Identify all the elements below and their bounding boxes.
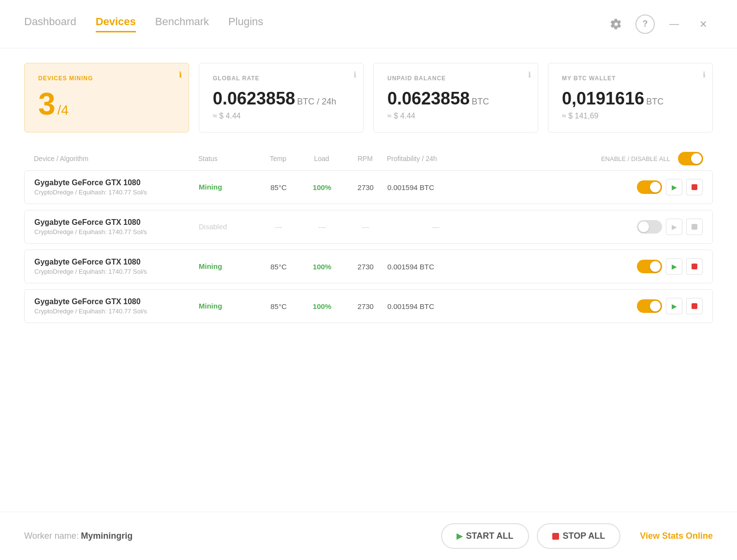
close-icon[interactable]: ✕ bbox=[693, 15, 713, 34]
device-actions: ▶ bbox=[484, 179, 703, 195]
btc-wallet-sub: ≈ $ 141,69 bbox=[562, 112, 699, 120]
status-mining: Mining bbox=[199, 302, 222, 310]
device-actions: ▶ bbox=[484, 298, 703, 314]
device-status: Mining bbox=[199, 302, 257, 310]
footer: Worker name: Myminingrig ▶ START ALL STO… bbox=[0, 512, 737, 560]
settings-icon[interactable] bbox=[606, 15, 626, 34]
stop-all-label: STOP ALL bbox=[563, 531, 605, 541]
unpaid-balance-info-icon[interactable]: ℹ bbox=[528, 70, 531, 79]
status-mining: Mining bbox=[199, 183, 222, 191]
table-header: Device / Algorithm Status Temp Load RPM … bbox=[24, 147, 713, 170]
device-profit: 0.001594 BTC bbox=[387, 183, 484, 192]
devices-mining-card: ℹ DEVICES MINING 3 /4 bbox=[24, 63, 189, 133]
worker-name: Myminingrig bbox=[81, 531, 133, 541]
help-icon[interactable]: ? bbox=[635, 15, 655, 34]
device-stop-button[interactable] bbox=[686, 179, 703, 195]
devices-mining-info-icon[interactable]: ℹ bbox=[179, 70, 182, 79]
col-header-temp: Temp bbox=[256, 155, 300, 162]
device-actions: ▶ bbox=[484, 258, 703, 275]
device-name: Gygabyte GeForce GTX 1080 bbox=[34, 218, 199, 227]
tab-benchmark[interactable]: Benchmark bbox=[155, 15, 209, 32]
tab-dashboard[interactable]: Dashboard bbox=[24, 15, 76, 32]
device-actions: ▶ bbox=[484, 219, 703, 235]
device-profit: 0.001594 BTC bbox=[387, 263, 484, 271]
nav-tabs: Dashboard Devices Benchmark Plugins bbox=[24, 15, 263, 32]
device-load: 100% bbox=[300, 183, 344, 192]
global-rate-info-icon[interactable]: ℹ bbox=[354, 70, 356, 79]
col-header-status: Status bbox=[198, 155, 256, 162]
device-play-button[interactable]: ▶ bbox=[666, 219, 682, 235]
play-triangle-icon: ▶ bbox=[457, 531, 462, 541]
device-toggle[interactable] bbox=[637, 180, 662, 194]
enable-disable-all-toggle[interactable] bbox=[678, 152, 703, 165]
window-controls: ? — ✕ bbox=[606, 15, 713, 34]
device-profit: --- bbox=[387, 223, 484, 231]
device-stop-button[interactable] bbox=[686, 298, 703, 314]
device-algo: CryptoDredge / Equihash: 1740.77 Sol/s bbox=[34, 268, 199, 275]
device-load: 100% bbox=[300, 263, 344, 271]
tab-plugins[interactable]: Plugins bbox=[228, 15, 263, 32]
status-mining: Mining bbox=[199, 262, 222, 270]
device-info: Gygabyte GeForce GTX 1080 CryptoDredge /… bbox=[34, 178, 199, 196]
global-rate-card: ℹ GLOBAL RATE 0.0623858BTC / 24h ≈ $ 4.4… bbox=[199, 63, 364, 133]
device-stop-button[interactable] bbox=[686, 258, 703, 275]
device-rpm: 2730 bbox=[344, 263, 387, 271]
device-toggle[interactable] bbox=[637, 220, 662, 234]
unpaid-balance-label: UNPAID BALANCE bbox=[387, 75, 524, 82]
devices-total: /4 bbox=[58, 103, 69, 118]
device-temp: 85°C bbox=[257, 183, 300, 192]
btc-wallet-value: 0,0191616BTC bbox=[562, 88, 699, 109]
device-toggle[interactable] bbox=[637, 260, 662, 273]
btc-wallet-card: ℹ MY BTC WALLET 0,0191616BTC ≈ $ 141,69 bbox=[548, 63, 713, 133]
device-algo: CryptoDredge / Equihash: 1740.77 Sol/s bbox=[34, 228, 199, 236]
table-row: Gygabyte GeForce GTX 1080 CryptoDredge /… bbox=[24, 210, 713, 244]
device-play-button[interactable]: ▶ bbox=[666, 298, 682, 314]
unpaid-balance-sub: ≈ $ 4.44 bbox=[387, 112, 524, 120]
tab-devices[interactable]: Devices bbox=[96, 15, 136, 32]
footer-actions: ▶ START ALL STOP ALL bbox=[441, 523, 621, 549]
start-all-label: START ALL bbox=[466, 531, 514, 541]
btc-wallet-info-icon[interactable]: ℹ bbox=[703, 70, 706, 79]
device-profit: 0.001594 BTC bbox=[387, 302, 484, 310]
device-status: Mining bbox=[199, 262, 257, 271]
col-header-load: Load bbox=[300, 155, 343, 162]
device-table-section: Device / Algorithm Status Temp Load RPM … bbox=[0, 147, 737, 323]
minimize-icon[interactable]: — bbox=[664, 15, 684, 34]
table-row: Gygabyte GeForce GTX 1080 CryptoDredge /… bbox=[24, 250, 713, 283]
device-rpm: 2730 bbox=[344, 302, 387, 310]
device-name: Gygabyte GeForce GTX 1080 bbox=[34, 258, 199, 266]
table-row: Gygabyte GeForce GTX 1080 CryptoDredge /… bbox=[24, 289, 713, 323]
device-name: Gygabyte GeForce GTX 1080 bbox=[34, 178, 199, 187]
device-load: --- bbox=[300, 223, 344, 231]
stop-all-button[interactable]: STOP ALL bbox=[537, 523, 621, 549]
view-stats-online-link[interactable]: View Stats Online bbox=[640, 531, 713, 541]
worker-info: Worker name: Myminingrig bbox=[24, 531, 133, 541]
device-stop-button[interactable] bbox=[686, 219, 703, 235]
btc-wallet-label: MY BTC WALLET bbox=[562, 75, 699, 82]
global-rate-sub: ≈ $ 4.44 bbox=[213, 112, 350, 120]
device-status: Mining bbox=[199, 183, 257, 192]
enable-disable-all-label: ENABLE / DISABLE ALL bbox=[601, 155, 670, 162]
device-play-button[interactable]: ▶ bbox=[666, 179, 682, 195]
global-rate-value: 0.0623858BTC / 24h bbox=[213, 88, 350, 109]
device-load: 100% bbox=[300, 302, 344, 310]
status-disabled: Disabled bbox=[199, 222, 227, 231]
device-toggle[interactable] bbox=[637, 299, 662, 313]
device-algo: CryptoDredge / Equihash: 1740.77 Sol/s bbox=[34, 308, 199, 315]
device-temp: 85°C bbox=[257, 263, 300, 271]
stat-cards-section: ℹ DEVICES MINING 3 /4 ℹ GLOBAL RATE 0.06… bbox=[0, 48, 737, 147]
device-temp: --- bbox=[257, 223, 300, 231]
device-info: Gygabyte GeForce GTX 1080 CryptoDredge /… bbox=[34, 297, 199, 315]
devices-mining-label: DEVICES MINING bbox=[38, 75, 175, 82]
col-header-actions: ENABLE / DISABLE ALL bbox=[484, 152, 703, 165]
top-navigation: Dashboard Devices Benchmark Plugins ? — … bbox=[0, 0, 737, 48]
start-all-button[interactable]: ▶ START ALL bbox=[441, 523, 529, 549]
col-header-device: Device / Algorithm bbox=[34, 155, 198, 162]
global-rate-label: GLOBAL RATE bbox=[213, 75, 350, 82]
col-header-rpm: RPM bbox=[343, 155, 387, 162]
unpaid-balance-value: 0.0623858BTC bbox=[387, 88, 524, 109]
col-header-profit: Profitability / 24h bbox=[387, 155, 484, 162]
device-play-button[interactable]: ▶ bbox=[666, 258, 682, 275]
device-info: Gygabyte GeForce GTX 1080 CryptoDredge /… bbox=[34, 258, 199, 275]
stop-square-icon bbox=[552, 533, 559, 540]
